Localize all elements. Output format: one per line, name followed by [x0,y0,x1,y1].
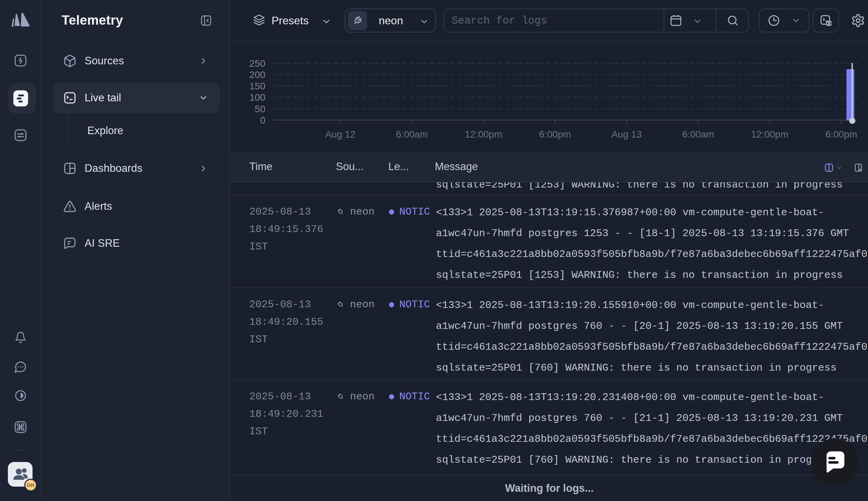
svg-text:12:00pm: 12:00pm [751,129,788,140]
svg-text:Aug 12: Aug 12 [325,129,356,140]
svg-text:6:00am: 6:00am [682,129,714,140]
svg-text:6:00am: 6:00am [396,129,428,140]
svg-text:0: 0 [260,115,265,126]
svg-text:Aug 13: Aug 13 [612,129,642,140]
svg-text:6:00pm: 6:00pm [539,129,571,140]
svg-text:50: 50 [255,104,265,114]
svg-text:100: 100 [249,92,265,103]
svg-text:200: 200 [249,70,265,80]
svg-text:6:00pm: 6:00pm [825,129,857,140]
svg-text:250: 250 [249,58,265,69]
svg-text:12:00pm: 12:00pm [465,129,502,140]
svg-text:150: 150 [249,81,265,92]
